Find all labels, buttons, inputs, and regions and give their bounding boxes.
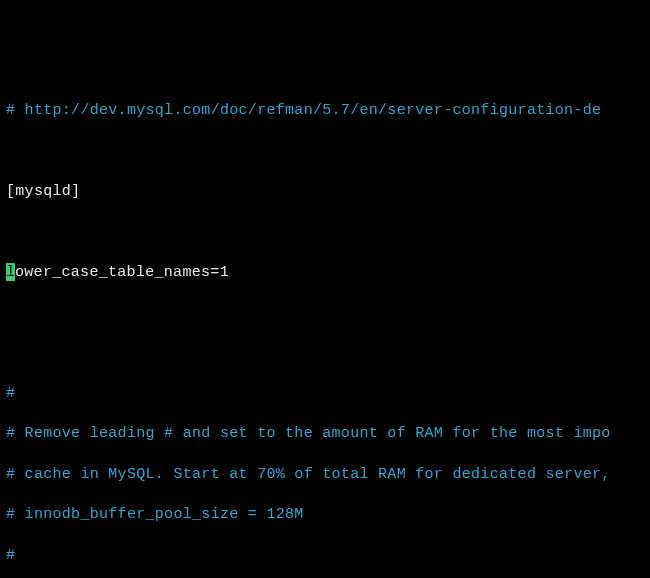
- comment-line: # Remove leading # and set to the amount…: [6, 424, 644, 444]
- config-text: ower_case_table_names=1: [15, 264, 229, 281]
- config-line-lower-case-table-names: lower_case_table_names=1: [6, 263, 644, 283]
- comment-line: #: [6, 384, 644, 404]
- comment-line: # http://dev.mysql.com/doc/refman/5.7/en…: [6, 101, 644, 121]
- blank-line: [6, 303, 644, 323]
- comment-line: #: [6, 546, 644, 566]
- blank-line: [6, 223, 644, 243]
- comment-line: # innodb_buffer_pool_size = 128M: [6, 505, 644, 525]
- blank-line: [6, 344, 644, 364]
- terminal-editor[interactable]: # http://dev.mysql.com/doc/refman/5.7/en…: [0, 81, 650, 578]
- cursor: l: [6, 263, 15, 281]
- blank-line: [6, 142, 644, 162]
- mysqld-section-header: [mysqld]: [6, 182, 644, 202]
- comment-line: # cache in MySQL. Start at 70% of total …: [6, 465, 644, 485]
